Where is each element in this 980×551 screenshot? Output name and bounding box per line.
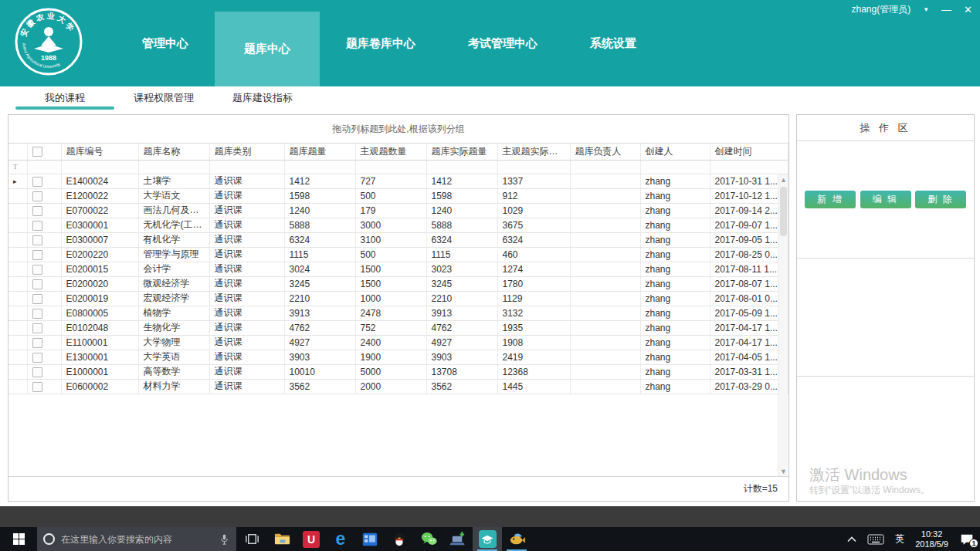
row-checkbox[interactable]	[32, 323, 42, 333]
row-checkbox[interactable]	[32, 177, 42, 187]
table-cell: 1908	[497, 335, 570, 350]
add-button[interactable]: 新 增	[805, 191, 856, 208]
table-row[interactable]: E0102048生物化学通识课476275247621935zhang2017-…	[8, 320, 788, 335]
filter-cell[interactable]	[570, 160, 640, 174]
select-all-checkbox[interactable]	[32, 147, 42, 157]
wechat-button[interactable]	[414, 527, 443, 551]
row-checkbox[interactable]	[32, 309, 42, 319]
minimize-button[interactable]: —	[941, 5, 951, 15]
row-checkbox[interactable]	[32, 367, 42, 377]
table-row[interactable]: E0700022画法几何及机...通识课124017912401029zhang…	[8, 203, 788, 218]
filter-cell[interactable]	[284, 160, 355, 174]
col-header[interactable]: 创建人	[640, 144, 710, 160]
col-header[interactable]: 创建时间	[710, 144, 788, 160]
row-checkbox[interactable]	[32, 353, 42, 363]
table-cell: E0700022	[61, 203, 138, 218]
table-cell: 2000	[355, 379, 426, 394]
table-cell: 通识课	[209, 276, 284, 291]
col-header[interactable]: 主观题实际数量	[497, 144, 570, 160]
row-checkbox[interactable]	[32, 382, 42, 392]
operations-empty-section	[797, 259, 974, 377]
table-row[interactable]: E1300001大学英语通识课3903190039032419zhang2017…	[8, 350, 788, 364]
nav-item-exam-manage-center[interactable]: 考试管理中心	[442, 0, 564, 86]
table-cell: 752	[355, 320, 426, 335]
filter-cell[interactable]	[355, 160, 426, 174]
delete-button[interactable]: 删 除	[915, 191, 966, 208]
table-cell: zhang	[640, 320, 710, 335]
table-row[interactable]: E0600002材料力学通识课3562200035621445zhang2017…	[8, 379, 788, 394]
edit-button[interactable]: 编 辑	[860, 191, 911, 208]
table-row[interactable]: ▸E1400024土壤学通识课141272714121337zhang2017-…	[8, 174, 788, 188]
media-app-button[interactable]	[355, 527, 385, 551]
exam-system-app-button[interactable]	[473, 527, 502, 551]
col-header[interactable]: 题库实际题量	[426, 144, 497, 160]
row-checkbox[interactable]	[32, 206, 42, 216]
file-explorer-button[interactable]	[267, 527, 297, 551]
driver-tool-button[interactable]	[443, 527, 473, 551]
table-row[interactable]: E0200015会计学通识课3024150030231274zhang2017-…	[8, 262, 788, 276]
scroll-up-icon[interactable]: ▲	[778, 174, 788, 185]
filter-cell[interactable]	[209, 160, 284, 174]
col-header[interactable]: 题库负责人	[570, 144, 640, 160]
scroll-down-icon[interactable]: ▼	[778, 466, 788, 477]
user-menu-caret-icon[interactable]: ▼	[923, 6, 929, 13]
table-row[interactable]: E0300007有机化学通识课6324310063246324zhang2017…	[8, 232, 788, 247]
microphone-icon[interactable]	[219, 533, 230, 545]
input-language-indicator[interactable]: 英	[890, 527, 910, 551]
table-row[interactable]: E0200019宏观经济学通识课2210100022101129zhang201…	[8, 291, 788, 306]
filter-cell[interactable]	[138, 160, 209, 174]
col-header[interactable]: 题库题量	[284, 144, 355, 160]
nav-item-question-bank-center[interactable]: 题库中心	[215, 12, 320, 86]
filter-cell[interactable]	[710, 160, 788, 174]
group-by-bar[interactable]: 拖动列标题到此处,根据该列分组	[8, 115, 788, 144]
nav-item-manage-center[interactable]: 管理中心	[116, 0, 215, 86]
table-row[interactable]: E1100001大学物理通识课4927240049271908zhang2017…	[8, 335, 788, 350]
subtab-my-courses[interactable]: 我的课程	[15, 86, 114, 110]
taskbar-search[interactable]	[37, 527, 236, 551]
col-header[interactable]: 主观题数量	[355, 144, 426, 160]
row-checkbox[interactable]	[32, 235, 42, 245]
row-checkbox[interactable]	[32, 294, 42, 304]
subtab-course-permissions[interactable]: 课程权限管理	[114, 86, 213, 110]
qq-button[interactable]	[385, 527, 414, 551]
row-checkbox[interactable]	[32, 265, 42, 275]
close-button[interactable]: ✕	[964, 5, 972, 15]
nav-item-paper-bank-center[interactable]: 题库卷库中心	[320, 0, 442, 86]
filter-cell[interactable]	[497, 160, 570, 174]
table-row[interactable]: E1200022大学语文通识课15985001598912zhang2017-1…	[8, 188, 788, 203]
user-menu[interactable]: zhang(管理员)	[851, 3, 910, 16]
col-header[interactable]: 题库名称	[138, 144, 209, 160]
filter-cell[interactable]	[426, 160, 497, 174]
filter-cell[interactable]	[27, 160, 61, 174]
col-header[interactable]: 题库类别	[209, 144, 284, 160]
table-row[interactable]: E0300001无机化学(工科)通识课5888300058883675zhang…	[8, 218, 788, 232]
row-checkbox[interactable]	[32, 221, 42, 231]
nav-item-system-settings[interactable]: 系统设置	[564, 0, 663, 86]
start-button[interactable]	[0, 527, 37, 551]
clock[interactable]: 10:32 2018/5/9	[910, 527, 954, 551]
search-input[interactable]	[61, 534, 212, 545]
row-checkbox[interactable]	[32, 250, 42, 260]
table-row[interactable]: E0200220管理学与原理通识课11155001115460zhang2017…	[8, 247, 788, 262]
row-checkbox[interactable]	[32, 191, 42, 201]
table-row[interactable]: E1000001高等数学通识课1001050001370812368zhang2…	[8, 364, 788, 379]
feiq-app-button[interactable]	[502, 527, 531, 551]
action-center-button[interactable]: 1	[954, 527, 980, 551]
scrollbar-thumb[interactable]	[780, 187, 787, 236]
row-checkbox[interactable]	[32, 338, 42, 348]
table-cell: 大学语文	[138, 188, 209, 203]
table-row[interactable]: E0200020微观经济学通识课3245150032451780zhang201…	[8, 276, 788, 291]
subtab-bank-build-metrics[interactable]: 题库建设指标	[213, 86, 312, 110]
edge-browser-button[interactable]: e	[326, 527, 355, 551]
table-row[interactable]: E0800005植物学通识课3913247839133132zhang2017-…	[8, 306, 788, 320]
table-cell: E1300001	[61, 350, 138, 364]
filter-cell[interactable]	[640, 160, 710, 174]
vertical-scrollbar[interactable]: ▲ ▼	[778, 174, 788, 477]
row-checkbox[interactable]	[32, 279, 42, 289]
col-header[interactable]: 题库编号	[61, 144, 138, 160]
filter-cell[interactable]	[61, 160, 138, 174]
task-view-button[interactable]	[236, 527, 267, 551]
red-u-app-button[interactable]: U	[297, 527, 326, 551]
touch-keyboard-button[interactable]	[862, 527, 890, 551]
tray-expand-button[interactable]	[842, 527, 862, 551]
